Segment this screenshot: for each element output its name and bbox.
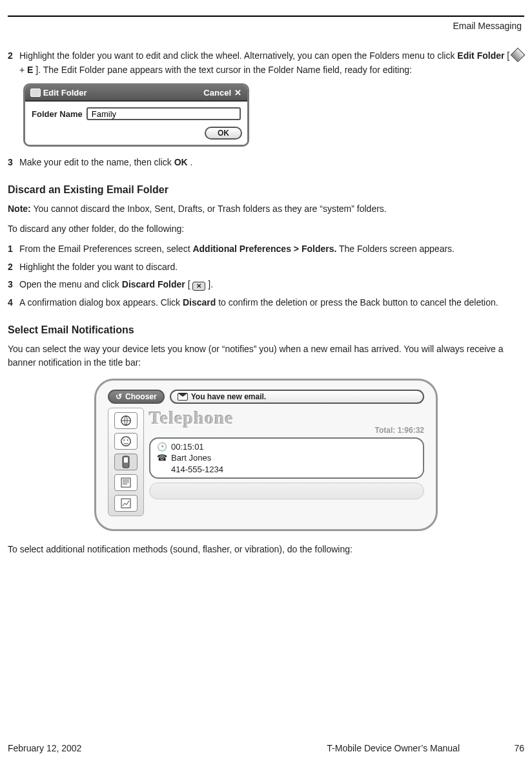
menu-name: Edit Folder [457,50,504,61]
text: + [19,65,27,75]
note-label: Note: [8,204,31,214]
discard-step-1: 1 From the Email Preferences screen, sel… [8,242,524,256]
discard-step-2: 2 Highlight the folder you want to disca… [8,260,524,275]
step-text: Open the menu and click Discard Folder [… [19,278,524,292]
menu-path: Additional Preferences > Folders. [192,244,336,254]
page-body: 2 Highlight the folder you want to edit … [8,45,524,563]
heading-notifications: Select Email Notifications [8,324,524,336]
key: E [27,65,33,75]
svg-rect-6 [121,478,130,487]
menu-key-icon [511,48,526,63]
discard-step-4: 4 A confirmation dialog box appears. Cli… [8,296,524,310]
step-text: From the Email Preferences screen, selec… [19,242,524,256]
footer-manual: T-Mobile Device Owner’s Manual [81,743,498,753]
button-name: OK [174,157,188,167]
svg-rect-5 [124,457,128,463]
empty-slot [149,483,424,499]
svg-point-2 [123,439,125,441]
notification-banner: You have new email. [170,390,424,404]
folder-name-input[interactable] [87,107,241,120]
svg-rect-7 [121,499,130,508]
footer-date: February 12, 2002 [8,743,81,753]
phone-icon[interactable] [114,454,138,470]
clock-icon: 🕑 [157,441,167,453]
notifications-outro: To select additional notification method… [8,543,524,556]
cancel-label: Cancel [203,88,231,98]
text: [ [507,50,509,61]
step-number: 3 [8,156,19,170]
close-icon: ✕ [233,89,242,98]
notifications-intro: You can select the way your device lets … [8,342,524,370]
step-number: 4 [8,296,19,310]
step-3: 3 Make your edit to the name, then click… [8,156,524,170]
step-text: Highlight the folder you want to discard… [19,260,524,275]
handset-icon: ☎ [157,452,167,464]
discard-intro: To discard any other folder, do the foll… [8,222,524,236]
svg-point-3 [127,439,128,441]
menu-name: Discard Folder [122,279,185,289]
step-text: Make your edit to the name, then click O… [19,156,524,170]
section-header: Email Messaging [453,21,522,31]
discard-icon: ✕ [192,282,205,291]
text: From the Email Preferences screen, selec… [19,244,192,254]
device-screenshot: ↺ Chooser You have new email. [94,379,438,531]
step-number: 1 [8,242,19,256]
edit-folder-titlebar: Edit Folder Cancel ✕ [25,85,247,101]
jump-icon: ↺ [116,392,122,401]
text: Open the menu and click [19,279,122,289]
discard-step-3: 3 Open the menu and click Discard Folder… [8,278,524,292]
text: Make your edit to the name, then click [19,157,174,167]
note-paragraph: Note: You cannot discard the Inbox, Sent… [8,202,524,216]
step-text: Highlight the folder you want to edit an… [19,49,524,77]
text: The Folders screen appears. [339,244,455,254]
call-name: Bart Jones [171,452,211,464]
step-text: A confirmation dialog box appears. Click… [19,296,524,310]
total-label: Total: [375,426,398,435]
text: to confirm the deletion or press the Bac… [218,297,498,308]
edit-folder-title: Edit Folder [43,88,87,98]
text: [ [188,279,190,289]
edit-folder-pane: Edit Folder Cancel ✕ Folder Name OK [23,83,249,147]
total-value: 1:96:32 [398,426,424,435]
note-text: You cannot discard the Inbox, Sent, Draf… [33,204,386,214]
svg-point-1 [121,437,130,446]
heading-discard: Discard an Existing Email Folder [8,184,524,196]
step-2: 2 Highlight the folder you want to edit … [8,49,524,77]
banner-text: You have new email. [191,392,266,401]
globe-icon[interactable] [114,412,138,429]
face-icon[interactable] [114,433,138,450]
chart-icon[interactable] [114,495,138,512]
step-number: 3 [8,278,19,292]
footer-page: 76 [498,743,524,753]
text: Highlight the folder you want to edit an… [19,50,457,61]
app-sidebar [108,408,144,516]
text: ]. The Edit Folder pane appears with the… [36,65,412,75]
text: A confirmation dialog box appears. Click [19,297,183,308]
call-entry[interactable]: 🕑 00:15:01 ☎ Bart Jones 414-555-1234 [149,437,424,479]
mail-icon [178,393,188,401]
call-number: 414-555-1234 [157,464,416,476]
step-number: 2 [8,49,19,77]
text: ]. [208,279,213,289]
folder-icon [30,89,41,97]
call-duration: 00:15:01 [171,441,204,453]
folder-name-label: Folder Name [32,109,83,119]
cancel-button[interactable]: Cancel ✕ [203,88,242,98]
step-number: 2 [8,260,19,275]
chooser-label: Chooser [125,392,157,401]
text: . [190,157,193,167]
note-icon[interactable] [114,474,138,491]
page-footer: February 12, 2002 T-Mobile Device Owner’… [8,743,524,753]
button-name: Discard [183,297,216,308]
ok-button[interactable]: OK [205,127,242,140]
chooser-button[interactable]: ↺ Chooser [108,390,165,404]
page-top-rule [8,16,524,17]
